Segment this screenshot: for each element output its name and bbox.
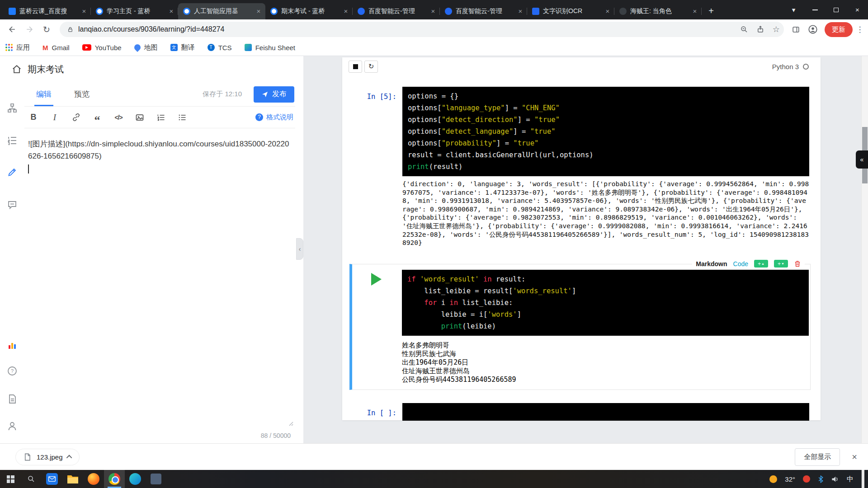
tab-preview[interactable]: 预览 <box>72 82 91 106</box>
bookmark-tcs[interactable]: T TCS <box>208 44 232 52</box>
browser-tab-8[interactable]: 海贼王: 当角色 × <box>614 3 702 19</box>
volume-icon[interactable] <box>831 476 839 483</box>
active-code-cell[interactable]: Markdown Code +▲ +▼ <box>349 264 811 390</box>
lock-icon[interactable] <box>67 26 74 33</box>
address-bar[interactable]: lanqiao.cn/courses/9036/learning/?id=448… <box>60 22 784 37</box>
download-item[interactable]: 123.jpeg <box>15 449 80 465</box>
bookmark-gmail[interactable]: M Gmail <box>42 44 70 52</box>
resize-grip[interactable] <box>287 420 293 426</box>
code-editor[interactable]: options = {}options["language_type"] = "… <box>402 87 809 176</box>
bookmark-maps[interactable]: 地图 <box>134 43 158 52</box>
bookmark-star-icon[interactable]: ☆ <box>773 24 780 34</box>
tab-search-chevron-icon[interactable]: ▾ <box>783 0 804 19</box>
close-download-bar-icon[interactable]: × <box>852 452 857 462</box>
chevron-up-icon[interactable] <box>66 455 72 460</box>
forward-button[interactable] <box>22 22 37 37</box>
tab-close-icon[interactable]: × <box>255 7 263 15</box>
bluetooth-icon[interactable] <box>818 475 824 483</box>
bookmark-apps[interactable]: 应用 <box>5 43 30 52</box>
window-maximize-button[interactable] <box>826 0 847 19</box>
publish-button[interactable]: 发布 <box>254 86 294 103</box>
edit-pencil-icon[interactable] <box>7 167 18 178</box>
restart-kernel-button[interactable]: ↻ <box>364 61 378 73</box>
empty-code-editor[interactable] <box>402 403 809 421</box>
list-icon[interactable] <box>7 135 18 146</box>
tab-close-icon[interactable]: × <box>429 7 437 15</box>
browser-tab-7[interactable]: 文字识别OCR × <box>527 3 614 19</box>
show-all-downloads-button[interactable]: 全部显示 <box>795 448 840 466</box>
browser-tab-3-active[interactable]: 人工智能应用基 × <box>178 3 265 19</box>
weather-sun-icon[interactable] <box>769 475 777 483</box>
bookmark-feishu-sheet[interactable]: Feishu Sheet <box>245 44 295 52</box>
share-icon[interactable] <box>756 25 764 33</box>
browser-tab-1[interactable]: 蓝桥云课_百度搜 × <box>4 3 91 19</box>
tab-close-icon[interactable]: × <box>167 7 175 15</box>
interrupt-kernel-button[interactable] <box>349 61 362 73</box>
start-button[interactable] <box>0 470 21 488</box>
browser-tab-2[interactable]: 学习主页 - 蓝桥 × <box>91 3 178 19</box>
feedback-doc-icon[interactable] <box>7 394 18 404</box>
markdown-editor-textarea[interactable]: ![图片描述](https://dn-simplecloud.shiyanlou… <box>24 128 295 428</box>
show-desktop-button[interactable] <box>861 470 864 488</box>
quote-button[interactable]: “ <box>93 113 102 122</box>
ime-indicator[interactable]: 中 <box>847 475 854 483</box>
markdown-toggle[interactable]: Markdown <box>696 260 727 267</box>
bookmark-translate[interactable]: 文 翻译 <box>170 43 195 52</box>
tray-app-icon[interactable] <box>803 475 810 483</box>
format-help-link[interactable]: ? 格式说明 <box>255 113 293 122</box>
tab-close-icon[interactable]: × <box>604 7 612 15</box>
browser-tab-4[interactable]: 期末考试 - 蓝桥 × <box>265 3 353 19</box>
reload-button[interactable]: ↻ <box>39 22 54 37</box>
profile-avatar[interactable] <box>806 22 820 37</box>
window-minimize-button[interactable] <box>804 0 826 19</box>
ordered-list-button[interactable] <box>156 113 165 122</box>
window-close-button[interactable]: × <box>847 0 868 19</box>
outline-icon[interactable] <box>7 103 18 113</box>
search-button[interactable] <box>21 470 42 488</box>
taskbar-edge[interactable] <box>125 470 146 488</box>
apps-colored-icon[interactable] <box>7 340 18 351</box>
profile-icon[interactable] <box>7 421 18 432</box>
comments-icon[interactable] <box>7 199 18 210</box>
home-icon[interactable] <box>12 64 22 74</box>
tab-close-icon[interactable]: × <box>691 7 699 15</box>
browser-tab-6[interactable]: 百度智能云-管理 × <box>440 3 527 19</box>
tab-close-icon[interactable]: × <box>80 7 88 15</box>
bold-button[interactable]: B <box>29 113 38 122</box>
add-cell-below-button[interactable]: +▼ <box>774 260 788 267</box>
zoom-icon[interactable] <box>740 25 748 33</box>
taskbar-file-explorer[interactable] <box>62 470 83 488</box>
panel-collapse-button[interactable]: ‹ <box>296 238 303 260</box>
tab-edit[interactable]: 编辑 <box>34 82 53 106</box>
code-editor[interactable]: if 'words_result' in result: list_leibie… <box>402 270 809 336</box>
italic-button[interactable]: I <box>50 113 59 122</box>
tab-close-icon[interactable]: × <box>342 7 350 15</box>
url-text[interactable]: lanqiao.cn/courses/9036/learning/?id=448… <box>78 25 224 33</box>
taskbar-chrome-active[interactable] <box>104 470 125 488</box>
tab-close-icon[interactable]: × <box>516 7 524 15</box>
side-panel-icon[interactable] <box>788 22 803 37</box>
bullet-list-button[interactable] <box>178 113 187 122</box>
sidebar-expand-button[interactable]: « <box>856 150 868 169</box>
add-cell-above-button[interactable]: +▲ <box>754 260 768 267</box>
help-icon[interactable]: ? <box>7 366 18 376</box>
delete-cell-button[interactable] <box>794 260 801 267</box>
new-tab-button[interactable]: + <box>704 5 718 18</box>
output-line: 住址海贼王世界德州岛 <box>402 367 809 375</box>
taskbar-firefox[interactable] <box>83 470 104 488</box>
code-toggle[interactable]: Code <box>733 260 748 267</box>
chrome-update-button[interactable]: 更新 <box>825 22 853 37</box>
back-button[interactable] <box>5 22 20 37</box>
run-cell-button[interactable] <box>371 273 382 286</box>
window-controls: ▾ × <box>783 0 868 19</box>
link-button[interactable] <box>71 113 80 122</box>
taskbar-mail-app[interactable] <box>42 470 62 488</box>
code-button[interactable]: </> <box>114 114 123 121</box>
page-scrollbar[interactable] <box>861 56 868 443</box>
insert-image-button[interactable] <box>135 113 144 122</box>
browser-tab-5[interactable]: 百度智能云-管理 × <box>353 3 440 19</box>
browser-menu-icon[interactable]: ⋮ <box>855 25 864 34</box>
weather-temperature[interactable]: 32° <box>785 475 795 483</box>
taskbar-app-8[interactable] <box>146 470 166 488</box>
bookmark-youtube[interactable]: YouTube <box>82 44 122 52</box>
